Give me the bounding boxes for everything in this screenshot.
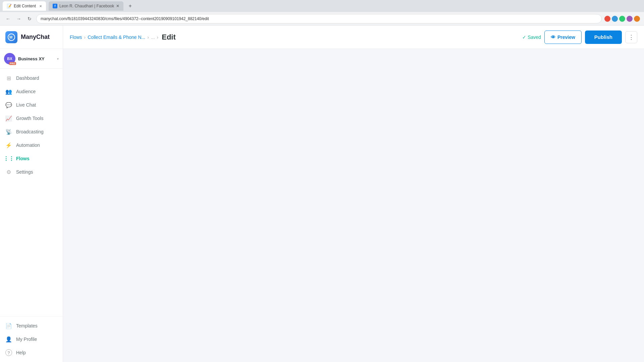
live-chat-icon: 💬 xyxy=(5,102,12,108)
new-tab-btn[interactable]: + xyxy=(126,2,134,10)
sidebar-item-templates[interactable]: 📄 Templates xyxy=(0,319,63,333)
sidebar-item-label: Automation xyxy=(16,142,40,148)
settings-icon: ⚙ xyxy=(5,169,12,175)
sidebar-bottom: 📄 Templates 👤 My Profile ? Help xyxy=(0,316,63,362)
pro-badge: PRO xyxy=(9,62,16,65)
tab2-close-btn[interactable]: ✕ xyxy=(116,4,119,8)
breadcrumb-sep1: › xyxy=(84,35,86,40)
breadcrumb-collect[interactable]: Collect Emails & Phone N... xyxy=(88,35,145,40)
tab-label: Edit Content xyxy=(14,4,36,8)
sidebar-item-help[interactable]: ? Help xyxy=(0,346,63,359)
sidebar-item-label: Help xyxy=(16,350,26,355)
templates-icon: 📄 xyxy=(5,322,12,329)
sidebar-item-dashboard[interactable]: ⊞ Dashboard xyxy=(0,71,63,85)
growth-tools-icon: 📈 xyxy=(5,115,12,122)
tab-favicon: 📝 xyxy=(7,4,12,8)
sidebar-item-label: Live Chat xyxy=(16,102,36,108)
preview-label: Preview xyxy=(557,35,575,40)
browser-extensions xyxy=(604,16,640,22)
business-avatar: BX PRO xyxy=(4,53,15,64)
sidebar-brand: M ManyChat xyxy=(0,25,63,49)
profile-icon: 👤 xyxy=(5,336,12,343)
sidebar-item-my-profile[interactable]: 👤 My Profile xyxy=(0,333,63,346)
forward-btn[interactable]: → xyxy=(15,15,23,23)
page-title: Edit xyxy=(162,33,176,42)
inactive-tab[interactable]: f Leon R. Chaudhari | Facebook ✕ xyxy=(49,1,123,11)
sidebar-item-broadcasting[interactable]: 📡 Broadcasting xyxy=(0,125,63,138)
sidebar-item-label: Dashboard xyxy=(16,75,39,81)
check-icon: ✓ xyxy=(522,35,526,40)
business-selector[interactable]: BX PRO Business XY ▾ xyxy=(0,49,63,69)
active-tab[interactable]: 📝 Edit Content ✕ xyxy=(3,1,46,11)
refresh-btn[interactable]: ↻ xyxy=(25,15,34,23)
tab2-favicon: f xyxy=(53,4,57,8)
main-content: Flows › Collect Emails & Phone N... › ..… xyxy=(63,25,644,362)
browser-bar: ← → ↻ manychat.com/fb181039443240830/cms… xyxy=(0,12,644,25)
broadcasting-icon: 📡 xyxy=(5,128,12,135)
topbar-actions: ✓ Saved 👁 Preview Publish ⋮ xyxy=(522,31,637,44)
tab2-label: Leon R. Chaudhari | Facebook xyxy=(59,4,114,8)
sidebar-item-growth-tools[interactable]: 📈 Growth Tools xyxy=(0,112,63,125)
sidebar-nav: ⊞ Dashboard 👥 Audience 💬 Live Chat 📈 Gro… xyxy=(0,69,63,316)
sidebar-item-label: Templates xyxy=(16,323,38,328)
topbar: Flows › Collect Emails & Phone N... › ..… xyxy=(63,25,644,49)
sidebar-item-live-chat[interactable]: 💬 Live Chat xyxy=(0,98,63,112)
ext-icon-2 xyxy=(612,16,618,22)
brand-name: ManyChat xyxy=(21,34,50,41)
ext-icon-1 xyxy=(604,16,610,22)
sidebar-item-label: Growth Tools xyxy=(16,116,43,121)
back-btn[interactable]: ← xyxy=(4,15,12,23)
sidebar-item-automation[interactable]: ⚡ Automation xyxy=(0,138,63,152)
sidebar-item-audience[interactable]: 👥 Audience xyxy=(0,85,63,98)
automation-icon: ⚡ xyxy=(5,142,12,148)
sidebar-item-label: Audience xyxy=(16,89,36,94)
audience-icon: 👥 xyxy=(5,88,12,95)
eye-icon: 👁 xyxy=(551,35,555,40)
app-layout: M ManyChat BX PRO Business XY ▾ ⊞ Dashbo… xyxy=(0,25,644,362)
saved-indicator: ✓ Saved xyxy=(522,35,541,40)
ext-icon-4 xyxy=(627,16,633,22)
more-options-button[interactable]: ⋮ xyxy=(625,31,637,43)
ext-icon-3 xyxy=(619,16,625,22)
svg-text:M: M xyxy=(9,35,12,39)
sidebar: M ManyChat BX PRO Business XY ▾ ⊞ Dashbo… xyxy=(0,25,63,362)
dashboard-icon: ⊞ xyxy=(5,75,12,81)
sidebar-item-flows[interactable]: ⋮⋮ Flows xyxy=(0,152,63,165)
sidebar-item-label: My Profile xyxy=(16,337,37,342)
publish-button[interactable]: Publish xyxy=(585,31,622,44)
business-name: Business XY xyxy=(18,56,54,61)
saved-label: Saved xyxy=(528,35,541,40)
help-icon: ? xyxy=(5,349,12,356)
sidebar-item-label: Broadcasting xyxy=(16,129,44,134)
user-profile-icon xyxy=(634,16,640,22)
breadcrumb-dots[interactable]: ... xyxy=(151,35,155,40)
breadcrumb-flows[interactable]: Flows xyxy=(70,35,82,40)
breadcrumb-sep2: › xyxy=(147,35,149,40)
brand-logo: M xyxy=(5,31,17,43)
preview-button[interactable]: 👁 Preview xyxy=(544,31,582,44)
breadcrumb-sep3: › xyxy=(157,35,159,40)
publish-label: Publish xyxy=(594,34,612,40)
tab-close-btn[interactable]: ✕ xyxy=(39,4,42,8)
url-bar[interactable]: manychat.com/fb181039443240830/cms/files… xyxy=(36,14,602,23)
sidebar-item-label: Flows xyxy=(16,156,30,161)
chevron-down-icon: ▾ xyxy=(57,57,59,61)
url-text: manychat.com/fb181039443240830/cms/files… xyxy=(41,16,209,21)
sidebar-item-label: Settings xyxy=(16,169,33,175)
browser-chrome: 📝 Edit Content ✕ f Leon R. Chaudhari | F… xyxy=(0,0,644,12)
flows-icon: ⋮⋮ xyxy=(5,155,12,162)
breadcrumb: Flows › Collect Emails & Phone N... › ..… xyxy=(70,33,176,42)
sidebar-item-settings[interactable]: ⚙ Settings xyxy=(0,165,63,179)
